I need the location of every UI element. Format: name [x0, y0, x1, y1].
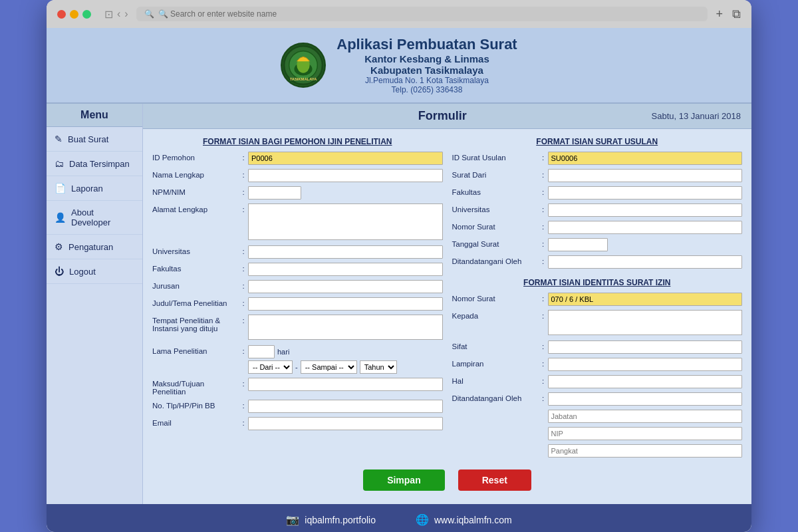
input-nomor-surat-izin[interactable]	[548, 293, 743, 306]
field-nama-lengkap: Nama Lengkap :	[152, 169, 443, 182]
input-id-pemohon[interactable]	[248, 152, 443, 165]
input-jurusan[interactable]	[248, 280, 443, 293]
footer-website: 🌐 www.iqbalmfn.com	[416, 513, 512, 526]
sidebar-item-laporan[interactable]: 📄 Laporan	[47, 176, 142, 201]
field-tanggal-surat: Tanggal Surat :	[452, 238, 743, 251]
input-email[interactable]	[248, 417, 443, 430]
input-lampiran[interactable]	[548, 358, 743, 371]
select-dari[interactable]: -- Dari --	[248, 360, 293, 374]
field-nomor-surat-usulan: Nomor Surat :	[452, 221, 743, 234]
field-universitas-left: Universitas :	[152, 245, 443, 259]
field-npm-nim: NPM/NIM :	[152, 186, 443, 200]
sidebar-item-data-tersimpan[interactable]: 🗂 Data Tersimpan	[47, 152, 142, 176]
sidebar-toggle-icon[interactable]: ⊡	[104, 8, 113, 21]
browser-nav: ⊡ ‹ ›	[104, 8, 128, 21]
field-ditandatangani-usulan: Ditandatangani Oleh :	[452, 255, 743, 269]
section-title-usulan: FORMAT ISIAN SURAT USULAN	[452, 137, 743, 146]
input-pangkat[interactable]	[548, 444, 743, 458]
app-subtitle2: Kabupaten Tasikmalaya	[336, 65, 517, 76]
minimize-button[interactable]	[70, 10, 78, 19]
website-text: www.iqbalmfn.com	[434, 515, 512, 525]
reset-button[interactable]: Reset	[458, 469, 531, 491]
page-title: Formulir	[233, 109, 652, 123]
portfolio-text: iqbalmfn.portfolio	[305, 515, 376, 525]
field-lampiran: Lampiran :	[452, 358, 743, 371]
field-email: Email :	[152, 417, 443, 430]
field-maksud: Maksud/Tujuan Penelitian :	[152, 378, 443, 396]
input-judul[interactable]	[248, 297, 443, 311]
sidebar-item-about-developer[interactable]: 👤 About Developer	[47, 201, 142, 235]
input-tlp[interactable]	[248, 400, 443, 413]
app-telp: Telp. (0265) 336438	[336, 85, 517, 94]
form-right: FORMAT ISIAN SURAT USULAN ID Surat Usula…	[452, 137, 743, 462]
input-npm-nim[interactable]	[248, 186, 301, 200]
field-fakultas-left: Fakultas :	[152, 263, 443, 276]
hari-label: hari	[277, 348, 289, 356]
field-fakultas-right: Fakultas :	[452, 186, 743, 200]
input-kepada[interactable]	[548, 310, 743, 335]
input-tempat[interactable]	[248, 315, 443, 340]
field-sifat: Sifat :	[452, 340, 743, 354]
date-display: Sabtu, 13 Januari 2018	[652, 111, 741, 121]
input-fakultas-left[interactable]	[248, 263, 443, 276]
input-universitas-left[interactable]	[248, 245, 443, 259]
input-sifat[interactable]	[548, 340, 743, 354]
input-maksud[interactable]	[248, 378, 443, 391]
gear-icon: ⚙	[55, 241, 63, 252]
input-nip[interactable]	[548, 427, 743, 440]
field-judul: Judul/Tema Penelitian :	[152, 297, 443, 311]
main-header: Formulir Sabtu, 13 Januari 2018	[143, 104, 751, 129]
input-ditandatangani-usulan[interactable]	[548, 255, 743, 269]
field-lama: Lama Penelitian : hari --	[152, 345, 443, 374]
section-title-izin: FORMAT ISIAN IDENTITAS SURAT IZIN	[452, 278, 743, 287]
sidebar-item-buat-surat[interactable]: ✎ Buat Surat	[47, 127, 142, 152]
button-row: Simpan Reset	[152, 462, 742, 496]
sidebar-label-data-tersimpan: Data Tersimpan	[69, 159, 130, 169]
sidebar-item-logout[interactable]: ⏻ Logout	[47, 259, 142, 284]
input-universitas-right[interactable]	[548, 203, 743, 217]
sidebar-label-laporan: Laporan	[71, 184, 103, 194]
input-ditandatangani-izin[interactable]	[548, 392, 743, 406]
field-id-surat-usulan: ID Surat Usulan :	[452, 152, 743, 165]
sidebar-label-about-developer: About Developer	[71, 207, 134, 227]
select-sampai[interactable]: -- Sampai --	[301, 360, 357, 374]
back-icon[interactable]: ‹	[117, 8, 120, 20]
field-hal: Hal :	[452, 375, 743, 388]
input-jabatan[interactable]	[548, 410, 743, 423]
copy-tab-button[interactable]: ⧉	[732, 7, 741, 21]
input-tanggal-surat[interactable]	[548, 238, 608, 251]
field-universitas-right: Universitas :	[452, 203, 743, 217]
sidebar-label-logout: Logout	[69, 267, 96, 277]
input-hal[interactable]	[548, 375, 743, 388]
field-jabatan	[452, 410, 743, 423]
maximize-button[interactable]	[82, 10, 91, 19]
traffic-lights	[57, 10, 91, 19]
svg-text:TASIKMALAYA: TASIKMALAYA	[290, 77, 318, 81]
input-fakultas-right[interactable]	[548, 186, 743, 200]
new-tab-button[interactable]: +	[716, 7, 723, 21]
input-lama-hari[interactable]	[248, 345, 275, 358]
app-subtitle1: Kantor Kesbang & Linmas	[336, 53, 517, 65]
input-alamat[interactable]	[248, 203, 443, 240]
main-content: Formulir Sabtu, 13 Januari 2018 FORMAT I…	[143, 104, 751, 504]
input-id-surat-usulan[interactable]	[548, 152, 743, 165]
globe-icon: 🌐	[416, 513, 429, 526]
logout-icon: ⏻	[55, 266, 64, 277]
sidebar-item-pengaturan[interactable]: ⚙ Pengaturan	[47, 235, 142, 259]
field-tempat: Tempat Penelitian & Instansi yang dituju…	[152, 315, 443, 341]
select-tahun[interactable]: Tahun	[360, 360, 397, 374]
logo: TASIKMALAYA	[281, 43, 326, 88]
footer-portfolio: 📷 iqbalmfn.portfolio	[286, 513, 376, 526]
address-text: 🔍 Search or enter website name	[158, 9, 277, 19]
field-nip	[452, 427, 743, 440]
close-button[interactable]	[57, 10, 66, 19]
field-surat-dari: Surat Dari :	[452, 169, 743, 182]
save-button[interactable]: Simpan	[363, 469, 445, 491]
forward-icon[interactable]: ›	[124, 8, 128, 20]
input-nomor-surat-usulan[interactable]	[548, 221, 743, 234]
field-pangkat	[452, 444, 743, 458]
section-title-pemohon: FORMAT ISIAN BAGI PEMOHON IJIN PENELITIA…	[152, 137, 443, 146]
input-surat-dari[interactable]	[548, 169, 743, 182]
input-nama-lengkap[interactable]	[248, 169, 443, 182]
address-bar[interactable]: 🔍 🔍 Search or enter website name	[136, 7, 708, 21]
